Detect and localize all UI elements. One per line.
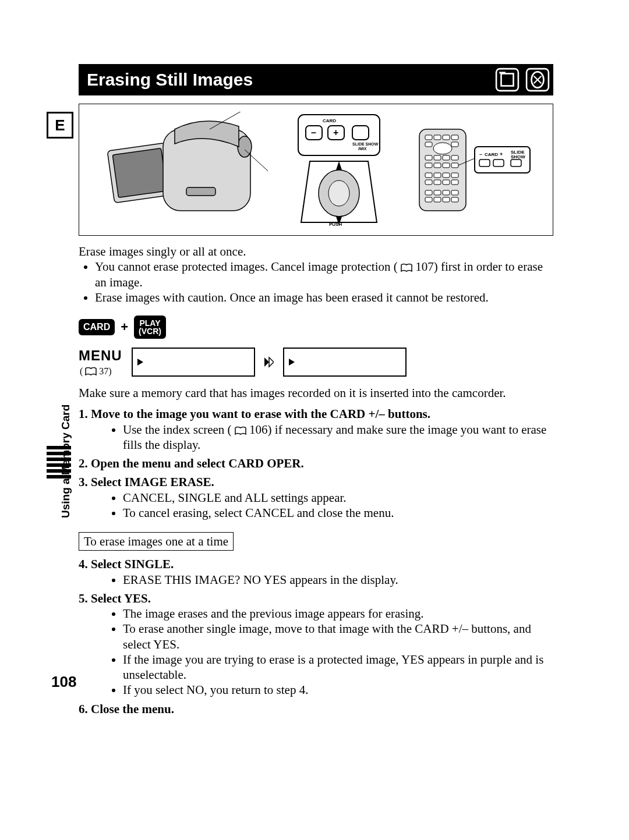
step-4: 4. Select SINGLE. ERASE THIS IMAGE? NO Y…	[79, 557, 553, 587]
svg-rect-53	[451, 197, 458, 202]
diagram-slideshow-label: SLIDE SHOW	[352, 142, 379, 146]
card-buttons-callout: CARD – + SLIDE SHOW /MIX PUSH	[295, 112, 383, 228]
step-1: 1. Move to the image you want to erase w…	[79, 406, 553, 452]
svg-rect-42	[425, 180, 432, 185]
triangle-right-icon	[137, 359, 143, 366]
svg-text:–: –	[311, 127, 316, 137]
svg-text:+: +	[333, 127, 338, 137]
diagram-push-label: PUSH	[329, 222, 342, 227]
svg-rect-1	[501, 74, 514, 86]
camcorder-drawing	[99, 112, 268, 228]
menu-navigation-row: MENU ( 37)	[79, 347, 553, 377]
intro-line: Erase images singly or all at once.	[79, 244, 553, 259]
svg-rect-40	[443, 173, 450, 178]
svg-rect-32	[443, 155, 450, 160]
card-mode-badge: CARD	[79, 319, 115, 335]
svg-rect-51	[434, 197, 441, 202]
svg-rect-52	[443, 197, 450, 202]
svg-rect-46	[425, 190, 432, 195]
page-title: Erasing Still Images	[79, 70, 495, 90]
book-reference-icon	[401, 264, 412, 272]
menu-page-ref: ( 37)	[80, 366, 122, 377]
step-bullet: To erase another single image, move to t…	[123, 621, 553, 652]
intro-bullet: Erase images with caution. Once an image…	[95, 290, 553, 305]
svg-rect-61	[479, 160, 490, 166]
svg-rect-41	[451, 173, 458, 178]
step-bullet: To cancel erasing, select CANCEL and clo…	[123, 505, 553, 520]
step-bullet: If you select NO, you return to step 4.	[123, 682, 553, 697]
menu-label: MENU	[79, 347, 122, 364]
svg-rect-19	[352, 126, 369, 140]
svg-rect-39	[434, 173, 441, 178]
remote-icon	[525, 68, 550, 92]
svg-rect-43	[434, 180, 441, 185]
svg-text:SHOW: SHOW	[511, 154, 525, 160]
svg-rect-34	[425, 163, 432, 168]
steps-list-b: 4. Select SINGLE. ERASE THIS IMAGE? NO Y…	[79, 557, 553, 717]
svg-rect-24	[434, 135, 441, 140]
svg-rect-45	[451, 180, 458, 185]
diagram-card-label: CARD	[323, 118, 336, 123]
svg-rect-63	[511, 160, 521, 166]
svg-point-28	[433, 143, 452, 154]
svg-rect-10	[186, 187, 215, 196]
svg-text:CARD: CARD	[485, 152, 498, 157]
step-bullet: CANCEL, SINGLE and ALL settings appear.	[123, 490, 553, 505]
svg-text:+: +	[500, 151, 503, 157]
svg-rect-30	[425, 155, 432, 160]
remote-callout: – CARD + SLIDE SHOW	[411, 123, 533, 217]
diagram-mix-label: /MIX	[358, 147, 367, 151]
step-3: 3. Select IMAGE ERASE. CANCEL, SINGLE an…	[79, 474, 553, 520]
title-icons	[495, 68, 553, 92]
steps-list-a: 1. Move to the image you want to erase w…	[79, 406, 553, 520]
svg-rect-62	[493, 160, 504, 166]
menu-path-box-1	[132, 348, 255, 377]
after-menu-paragraph: Make sure a memory card that has images …	[79, 385, 553, 400]
svg-rect-38	[425, 173, 432, 178]
card-media-icon	[495, 68, 520, 92]
svg-rect-49	[451, 190, 458, 195]
single-erase-box: To erase images one at a time	[79, 532, 234, 551]
svg-rect-35	[434, 163, 441, 168]
double-triangle-right-icon	[264, 356, 274, 368]
book-reference-icon	[85, 367, 97, 375]
svg-rect-47	[434, 190, 441, 195]
svg-rect-50	[425, 197, 432, 202]
svg-text:–: –	[479, 151, 482, 157]
camcorder-illustration: CARD – + SLIDE SHOW /MIX PUSH	[79, 104, 553, 236]
book-reference-icon	[235, 427, 246, 435]
section-tab-label: Using a Memory Card	[59, 405, 72, 518]
play-vcr-badge: PLAY (VCR)	[134, 316, 166, 339]
language-marker: E	[47, 112, 73, 139]
svg-rect-36	[443, 163, 450, 168]
intro-bullet: You cannot erase protected images. Cance…	[95, 259, 553, 290]
svg-rect-33	[451, 155, 458, 160]
step-6: 6. Close the menu.	[79, 701, 553, 717]
svg-rect-25	[443, 135, 450, 140]
svg-rect-31	[434, 155, 441, 160]
svg-rect-29	[451, 142, 458, 147]
title-bar: Erasing Still Images	[79, 64, 553, 95]
svg-rect-26	[451, 135, 458, 140]
svg-point-21	[328, 180, 349, 206]
svg-rect-48	[443, 190, 450, 195]
svg-rect-8	[112, 148, 167, 197]
step-2: 2. Open the menu and select CARD OPER.	[79, 456, 553, 471]
svg-rect-27	[425, 142, 432, 147]
page-number: 108	[51, 673, 76, 691]
svg-rect-23	[425, 135, 432, 140]
plus-symbol: +	[121, 319, 128, 335]
triangle-right-icon	[289, 359, 295, 366]
mode-row: CARD + PLAY (VCR)	[79, 316, 553, 339]
menu-path-box-2	[283, 348, 407, 377]
step-bullet: The image erases and the previous image …	[123, 606, 553, 621]
step-5: 5. Select YES. The image erases and the …	[79, 591, 553, 698]
step-bullet: Use the index screen ( 106) if necessary…	[123, 422, 553, 453]
step-bullet: ERASE THIS IMAGE? NO YES appears in the …	[123, 572, 553, 587]
step-bullet: If the image you are trying to erase is …	[123, 652, 553, 683]
body-text: Erase images singly or all at once. You …	[79, 244, 553, 717]
menu-label-block: MENU ( 37)	[79, 347, 122, 377]
svg-rect-37	[451, 163, 458, 168]
svg-rect-44	[443, 180, 450, 185]
svg-rect-2	[499, 72, 506, 73]
